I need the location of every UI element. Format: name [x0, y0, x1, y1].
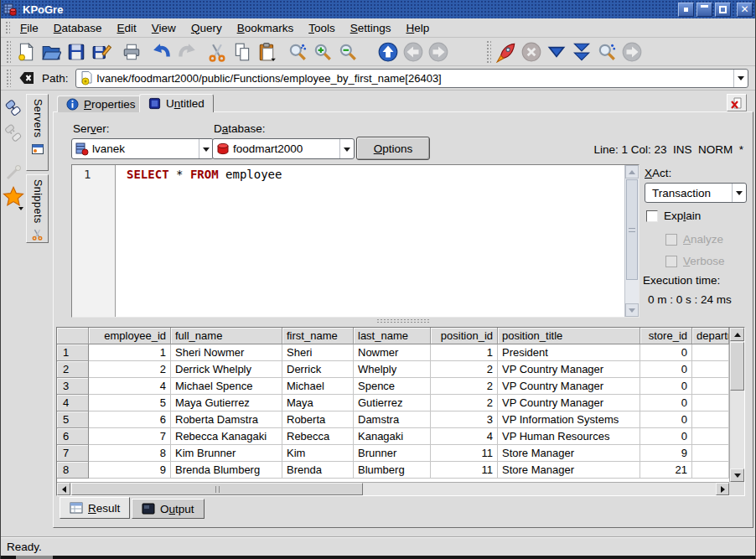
table-cell[interactable]: 11 [431, 445, 498, 462]
table-row[interactable]: 34Michael SpenceMichaelSpence2VP Country… [57, 378, 729, 395]
table-cell[interactable]: 1 [431, 344, 498, 361]
menu-query[interactable]: Query [184, 19, 230, 37]
menu-database[interactable]: Database [46, 19, 110, 37]
tab-output[interactable]: Output [132, 499, 205, 519]
table-cell[interactable]: Kim [282, 445, 354, 462]
table-cell[interactable] [692, 462, 729, 479]
tab-properties[interactable]: Properties [57, 96, 145, 112]
table-cell[interactable]: 0 [640, 361, 692, 378]
table-cell[interactable]: 9 [89, 462, 171, 479]
fetch-all-button[interactable] [569, 39, 594, 65]
scrollbar-thumb[interactable] [730, 342, 744, 391]
sidebar-tab-servers[interactable]: Servers [26, 94, 49, 171]
column-header-last-name[interactable]: last_name [354, 328, 431, 344]
menu-settings[interactable]: Settings [343, 19, 399, 37]
scroll-left-button[interactable] [57, 483, 70, 495]
menu-tools[interactable]: Tools [301, 19, 343, 37]
execute-query-button[interactable] [494, 39, 519, 65]
save-as-button[interactable] [89, 39, 114, 65]
table-cell[interactable]: 0 [640, 344, 692, 361]
table-cell[interactable]: Maya Gutierrez [171, 395, 282, 411]
titlebar[interactable]: KPoGre ✕ [1, 0, 755, 18]
table-horizontal-scrollbar[interactable] [57, 482, 729, 495]
table-cell[interactable]: 6 [89, 411, 171, 428]
menu-bookmarks[interactable]: Bookmarks [230, 19, 302, 37]
maximize-button[interactable] [715, 3, 731, 17]
table-cell[interactable] [692, 445, 729, 462]
table-cell[interactable]: 5 [89, 395, 171, 411]
scroll-down-button[interactable] [730, 468, 744, 482]
save-button[interactable] [64, 39, 89, 65]
table-cell[interactable]: Roberta Damstra [171, 411, 282, 428]
table-cell[interactable]: Derrick [282, 361, 354, 378]
table-cell[interactable]: Nowmer [354, 344, 431, 361]
menu-help[interactable]: Help [399, 19, 438, 37]
copy-button[interactable] [230, 39, 255, 65]
scroll-down-button[interactable] [625, 303, 639, 317]
column-header-employee-id[interactable]: employee_id [89, 328, 171, 344]
sql-editor[interactable]: 1 SELECT * FROM employee [71, 164, 639, 318]
table-cell[interactable]: VP Country Manager [498, 395, 640, 411]
splitter-handle[interactable] [376, 318, 430, 323]
column-header-position-id[interactable]: position_id [431, 328, 498, 344]
clear-path-button[interactable] [17, 68, 37, 88]
row-header[interactable]: 2 [57, 361, 89, 378]
table-cell[interactable]: 2 [431, 378, 498, 395]
find-button[interactable] [285, 39, 310, 65]
zoom-in-button[interactable] [310, 39, 335, 65]
explain-checkbox[interactable] [646, 210, 658, 222]
column-header-department-id[interactable]: department_id [692, 328, 729, 344]
sticky-button[interactable] [678, 3, 694, 17]
table-cell[interactable]: 2 [431, 395, 498, 411]
table-cell[interactable]: VP Country Manager [498, 361, 640, 378]
menubar-grip[interactable] [5, 21, 10, 34]
table-cell[interactable] [692, 378, 729, 395]
table-cell[interactable]: 1 [89, 344, 171, 361]
table-cell[interactable] [692, 411, 729, 428]
transaction-dropdown-button[interactable] [732, 184, 746, 202]
table-cell[interactable]: 0 [640, 378, 692, 395]
table-cell[interactable]: Sheri Nowmer [171, 344, 282, 361]
pathbar-grip[interactable] [6, 69, 11, 87]
close-tab-button[interactable] [727, 94, 747, 111]
table-cell[interactable]: Gutierrez [354, 395, 431, 411]
column-header-full-name[interactable]: full_name [171, 328, 282, 344]
tab-untitled[interactable]: Untitled [139, 94, 214, 112]
table-cell[interactable]: Whelply [354, 361, 431, 378]
table-cell[interactable]: Spence [354, 378, 431, 395]
column-header-first-name[interactable]: first_name [282, 328, 354, 344]
column-header-store-id[interactable]: store_id [640, 328, 692, 344]
database-dropdown-button[interactable] [339, 139, 354, 158]
column-header-position-title[interactable]: position_title [498, 328, 640, 344]
table-cell[interactable]: 0 [640, 411, 692, 428]
server-combobox[interactable]: lvanek [71, 138, 214, 159]
table-cell[interactable]: Kim Brunner [171, 445, 282, 462]
table-cell[interactable]: Store Manager [498, 445, 640, 462]
table-cell[interactable]: VP Information Systems [498, 411, 640, 428]
resize-handle[interactable] [16, 556, 53, 559]
row-header[interactable]: 4 [57, 395, 89, 411]
table-cell[interactable]: 21 [640, 462, 692, 479]
explain-query-button[interactable] [594, 39, 619, 65]
new-query-button[interactable] [13, 39, 39, 65]
server-dropdown-button[interactable] [199, 139, 213, 158]
table-cell[interactable]: Store Manager [498, 462, 640, 479]
table-cell[interactable]: 2 [431, 361, 498, 378]
fetch-next-button[interactable] [544, 39, 569, 65]
row-header[interactable]: 5 [57, 411, 89, 428]
table-cell[interactable] [692, 428, 729, 445]
table-cell[interactable]: Michael [282, 378, 354, 395]
open-button[interactable] [39, 39, 64, 65]
menu-view[interactable]: View [144, 19, 184, 37]
table-cell[interactable]: President [498, 344, 640, 361]
options-button[interactable]: Options [356, 137, 430, 160]
undo-button[interactable] [149, 39, 174, 65]
table-cell[interactable]: 0 [640, 395, 692, 411]
table-row[interactable]: 56Roberta DamstraRobertaDamstra3VP Infor… [57, 411, 729, 428]
table-cell[interactable]: Rebecca [282, 428, 354, 445]
row-header[interactable]: 8 [57, 462, 89, 479]
minimize-button[interactable] [696, 3, 712, 17]
close-button[interactable]: ✕ [737, 3, 753, 17]
database-combobox[interactable]: foodmart2000 [212, 138, 355, 159]
scrollbar-thumb[interactable] [626, 179, 638, 280]
